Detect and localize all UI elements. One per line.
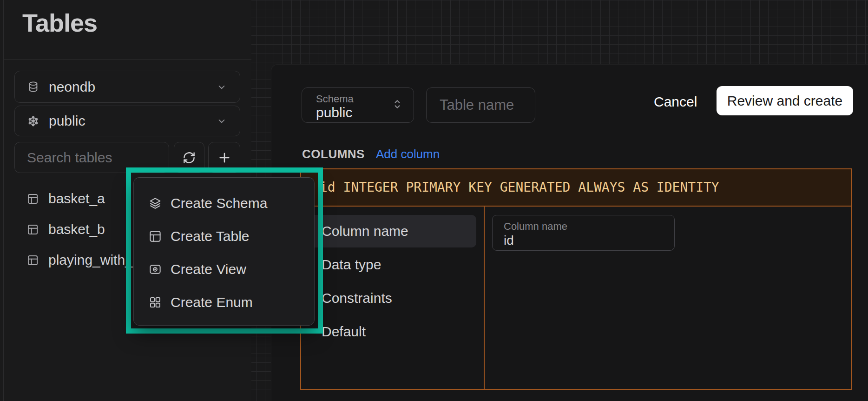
column-sql-row[interactable]: id INTEGER PRIMARY KEY GENERATED ALWAYS …	[301, 169, 851, 207]
table-icon	[26, 193, 39, 205]
review-and-create-button[interactable]: Review and create	[717, 86, 853, 115]
column-name-input[interactable]: Column name id	[492, 215, 675, 251]
create-table-drawer: Schema public Cancel Review and create C…	[271, 64, 868, 401]
menu-item-label: Create Table	[171, 228, 250, 244]
create-dropdown-menu: Create Schema Create Table Create View C…	[133, 177, 315, 326]
chevron-down-icon	[216, 115, 228, 127]
editor-schema-select[interactable]: Schema public	[302, 87, 414, 123]
database-select[interactable]: neondb	[14, 71, 240, 103]
table-name: basket_a	[48, 191, 105, 207]
database-icon	[27, 80, 39, 93]
menu-item-label: Create View	[171, 261, 246, 277]
view-icon	[148, 262, 162, 276]
refresh-button[interactable]	[174, 142, 204, 173]
menu-item-create-table[interactable]: Create Table	[134, 220, 314, 253]
column-name-input-value: id	[504, 233, 514, 248]
layers-icon	[148, 196, 162, 210]
columns-header: COLUMNS Add column	[302, 147, 440, 161]
table-name-input[interactable]	[426, 87, 535, 123]
column-settings-form: Column name id	[485, 207, 851, 389]
chevrons-up-down-icon	[390, 97, 404, 111]
nav-item-column-name[interactable]: Column name	[307, 215, 476, 247]
database-select-value: neondb	[49, 79, 95, 95]
menu-item-create-schema[interactable]: Create Schema	[134, 187, 314, 220]
table-name: playing_with_	[48, 252, 133, 268]
search-tables-input[interactable]	[14, 142, 169, 173]
schema-icon	[27, 115, 39, 127]
chevron-down-icon	[216, 81, 228, 93]
column-name-input-label: Column name	[504, 221, 567, 233]
column-settings-nav: Column name Data type Constraints Defaul…	[301, 207, 485, 389]
columns-title: COLUMNS	[302, 147, 365, 161]
nav-item-constraints[interactable]: Constraints	[307, 282, 476, 314]
table-icon	[148, 229, 162, 243]
page-background: Tables neondb public	[0, 0, 868, 401]
add-table-button[interactable]	[208, 142, 240, 173]
menu-item-label: Create Schema	[171, 195, 267, 211]
menu-item-create-view[interactable]: Create View	[134, 253, 314, 286]
add-column-button[interactable]: Add column	[376, 147, 440, 161]
menu-item-label: Create Enum	[171, 294, 253, 310]
column-editor-body: Column name Data type Constraints Defaul…	[301, 207, 851, 389]
page-title: Tables	[22, 8, 97, 37]
plus-icon	[217, 150, 232, 165]
sidebar-left-edge	[3, 0, 4, 401]
schema-field-label: Schema	[316, 93, 354, 105]
schema-select-value: public	[49, 113, 85, 129]
table-icon	[26, 254, 39, 267]
nav-item-default[interactable]: Default	[307, 315, 476, 348]
grid-icon	[148, 295, 162, 309]
cancel-button[interactable]: Cancel	[646, 90, 704, 114]
columns-editor-panel: id INTEGER PRIMARY KEY GENERATED ALWAYS …	[300, 168, 852, 390]
menu-item-create-enum[interactable]: Create Enum	[134, 286, 314, 319]
schema-field-value: public	[316, 105, 352, 120]
schema-select[interactable]: public	[14, 106, 240, 136]
table-name: basket_b	[48, 221, 105, 237]
refresh-icon	[182, 151, 196, 165]
sidebar-divider	[3, 59, 251, 60]
table-icon	[26, 223, 39, 236]
nav-item-data-type[interactable]: Data type	[307, 248, 476, 281]
